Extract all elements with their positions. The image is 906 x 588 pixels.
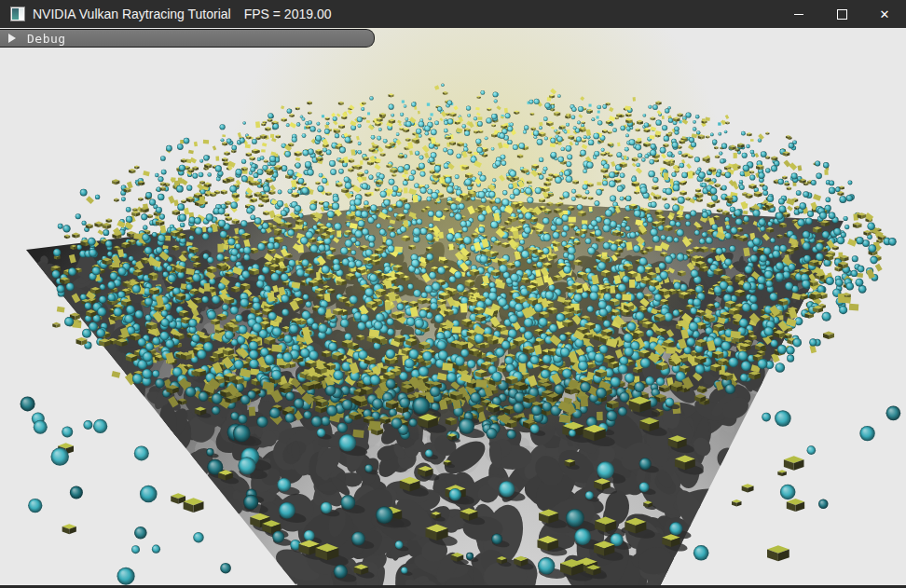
close-icon: ✕ — [880, 8, 890, 21]
maximize-icon — [837, 9, 847, 20]
fps-counter: FPS = 2019.00 — [244, 7, 332, 21]
client-area: Debug — [0, 28, 906, 588]
raytracing-viewport[interactable] — [0, 28, 906, 588]
app-window: NVIDIA Vulkan Raytracing Tutorial FPS = … — [0, 0, 906, 588]
app-icon-art — [12, 8, 19, 20]
debug-panel-header[interactable]: Debug — [0, 29, 375, 48]
minimize-button[interactable] — [777, 0, 820, 28]
app-icon — [10, 7, 25, 21]
window-title: NVIDIA Vulkan Raytracing Tutorial — [33, 7, 231, 21]
maximize-button[interactable] — [820, 0, 863, 28]
minimize-icon — [794, 14, 803, 15]
app-icon-art-light — [19, 8, 23, 20]
close-button[interactable]: ✕ — [863, 0, 906, 28]
collapse-arrow-icon[interactable] — [8, 34, 16, 43]
title-bar[interactable]: NVIDIA Vulkan Raytracing Tutorial FPS = … — [0, 0, 906, 28]
debug-panel-label: Debug — [27, 32, 66, 46]
window-controls: ✕ — [777, 0, 906, 28]
